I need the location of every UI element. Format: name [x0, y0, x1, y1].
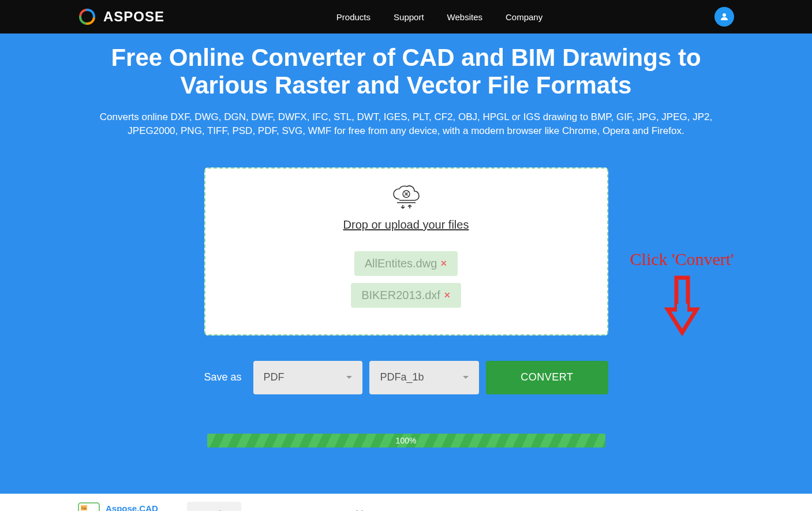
file-remove-button[interactable]: ✕	[444, 290, 451, 300]
chevron-down-icon	[463, 376, 469, 379]
tabs: Overview Features How To Video FAQ Apps	[187, 502, 456, 511]
file-name-label: BIKER2013.dxf	[361, 289, 440, 302]
app-badge[interactable]: Ca Aspose.CAD Application	[78, 502, 158, 511]
user-icon	[719, 12, 729, 22]
svg-text:Ca: Ca	[81, 506, 86, 510]
top-header: ASPOSE Products Support Websites Company	[0, 0, 812, 33]
drop-upload-link[interactable]: Drop or upload your files	[343, 218, 469, 232]
user-avatar-button[interactable]	[714, 7, 734, 27]
subformat-select-value: PDFa_1b	[380, 371, 424, 383]
annotation-callout: Click 'Convert'	[630, 249, 734, 342]
app-name-top: Aspose.CAD	[106, 504, 158, 511]
file-remove-button[interactable]: ✕	[440, 259, 447, 268]
annotation-text: Click 'Convert'	[630, 249, 734, 269]
bottom-nav: Ca Aspose.CAD Application Overview Featu…	[0, 494, 812, 511]
tab-overview[interactable]: Overview	[187, 502, 242, 511]
uploaded-file-chip: AllEntites.dwg ✕	[354, 251, 458, 276]
annotation-arrow-icon	[662, 275, 702, 338]
brand-text: ASPOSE	[103, 9, 164, 25]
tab-video[interactable]: Video	[341, 502, 381, 511]
app-badge-text: Aspose.CAD Application	[106, 504, 158, 511]
hero-section: Free Online Converter of CAD and BIM Dra…	[0, 33, 812, 494]
nav-support[interactable]: Support	[394, 12, 424, 22]
svg-rect-5	[677, 304, 687, 314]
uploaded-file-chip: BIKER2013.dxf ✕	[351, 283, 461, 308]
chevron-down-icon	[346, 376, 352, 379]
upload-cloud-icon	[390, 185, 422, 212]
tab-howto[interactable]: How To	[294, 502, 342, 511]
save-as-label: Save as	[204, 371, 242, 383]
subformat-select[interactable]: PDFa_1b	[369, 361, 479, 394]
file-dropzone[interactable]: Drop or upload your files AllEntites.dwg…	[204, 167, 608, 335]
nav-products[interactable]: Products	[336, 12, 371, 22]
tab-apps[interactable]: Apps	[417, 502, 455, 511]
convert-button[interactable]: CONVERT	[486, 361, 608, 394]
svg-point-0	[723, 13, 726, 17]
tab-faq[interactable]: FAQ	[381, 502, 417, 511]
app-badge-icon: Ca	[78, 502, 100, 511]
tab-features[interactable]: Features	[241, 502, 294, 511]
file-name-label: AllEntites.dwg	[365, 257, 437, 270]
nav-company[interactable]: Company	[506, 12, 542, 22]
format-select-value: PDF	[264, 371, 285, 383]
nav-menu: Products Support Websites Company	[336, 12, 542, 22]
progress-bar: 100%	[207, 434, 605, 447]
format-select[interactable]: PDF	[253, 361, 363, 394]
controls-row: Save as PDF PDFa_1b CONVERT	[204, 361, 608, 394]
nav-websites[interactable]: Websites	[447, 12, 482, 22]
aspose-logo-icon	[78, 8, 96, 26]
brand-area[interactable]: ASPOSE	[78, 8, 164, 26]
progress-percent-label: 100%	[396, 436, 417, 445]
page-title: Free Online Converter of CAD and BIM Dra…	[103, 44, 709, 100]
page-subtitle: Converts online DXF, DWG, DGN, DWF, DWFX…	[83, 110, 729, 139]
